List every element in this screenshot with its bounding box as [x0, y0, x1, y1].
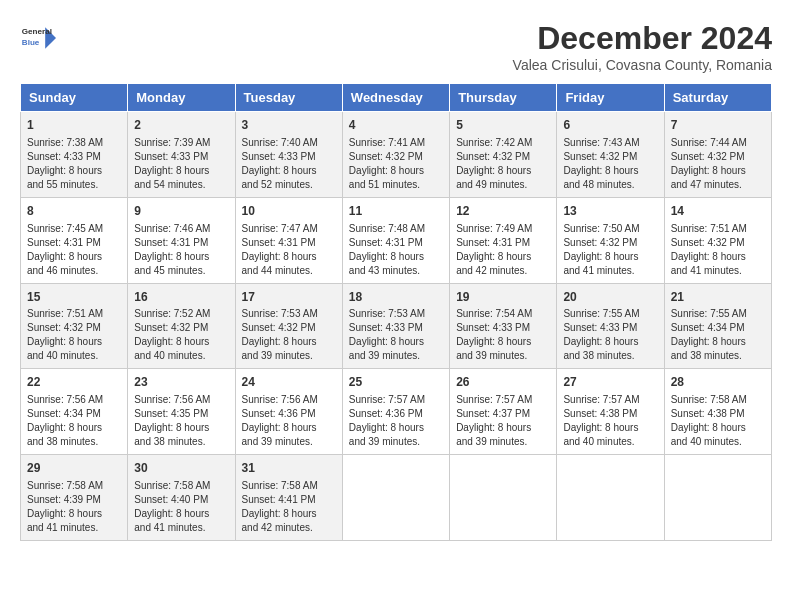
daylight-hours: Daylight: 8 hours and 39 minutes.	[242, 336, 317, 361]
day-number: 3	[242, 117, 336, 134]
calendar-cell: 5Sunrise: 7:42 AMSunset: 4:32 PMDaylight…	[450, 112, 557, 198]
week-row: 22Sunrise: 7:56 AMSunset: 4:34 PMDayligh…	[21, 369, 772, 455]
daylight-hours: Daylight: 8 hours and 48 minutes.	[563, 165, 638, 190]
day-number: 30	[134, 460, 228, 477]
sunrise-time: Sunrise: 7:58 AM	[242, 480, 318, 491]
sunset-time: Sunset: 4:33 PM	[242, 151, 316, 162]
logo: General Blue	[20, 20, 56, 56]
sunset-time: Sunset: 4:38 PM	[671, 408, 745, 419]
calendar-table: SundayMondayTuesdayWednesdayThursdayFrid…	[20, 83, 772, 541]
daylight-hours: Daylight: 8 hours and 51 minutes.	[349, 165, 424, 190]
daylight-hours: Daylight: 8 hours and 46 minutes.	[27, 251, 102, 276]
sunrise-time: Sunrise: 7:57 AM	[563, 394, 639, 405]
sunset-time: Sunset: 4:38 PM	[563, 408, 637, 419]
sunset-time: Sunset: 4:33 PM	[563, 322, 637, 333]
sunrise-time: Sunrise: 7:49 AM	[456, 223, 532, 234]
calendar-cell: 23Sunrise: 7:56 AMSunset: 4:35 PMDayligh…	[128, 369, 235, 455]
calendar-cell: 24Sunrise: 7:56 AMSunset: 4:36 PMDayligh…	[235, 369, 342, 455]
calendar-cell: 7Sunrise: 7:44 AMSunset: 4:32 PMDaylight…	[664, 112, 771, 198]
daylight-hours: Daylight: 8 hours and 45 minutes.	[134, 251, 209, 276]
sunset-time: Sunset: 4:32 PM	[671, 237, 745, 248]
sunset-time: Sunset: 4:31 PM	[27, 237, 101, 248]
day-number: 7	[671, 117, 765, 134]
day-number: 13	[563, 203, 657, 220]
column-header-sunday: Sunday	[21, 84, 128, 112]
day-number: 4	[349, 117, 443, 134]
column-header-thursday: Thursday	[450, 84, 557, 112]
daylight-hours: Daylight: 8 hours and 41 minutes.	[27, 508, 102, 533]
sunrise-time: Sunrise: 7:44 AM	[671, 137, 747, 148]
day-number: 24	[242, 374, 336, 391]
week-row: 1Sunrise: 7:38 AMSunset: 4:33 PMDaylight…	[21, 112, 772, 198]
sunset-time: Sunset: 4:32 PM	[242, 322, 316, 333]
day-number: 9	[134, 203, 228, 220]
sunset-time: Sunset: 4:39 PM	[27, 494, 101, 505]
sunrise-time: Sunrise: 7:43 AM	[563, 137, 639, 148]
day-number: 15	[27, 289, 121, 306]
daylight-hours: Daylight: 8 hours and 38 minutes.	[134, 422, 209, 447]
sunset-time: Sunset: 4:33 PM	[134, 151, 208, 162]
sunrise-time: Sunrise: 7:38 AM	[27, 137, 103, 148]
calendar-cell: 19Sunrise: 7:54 AMSunset: 4:33 PMDayligh…	[450, 283, 557, 369]
sunrise-time: Sunrise: 7:58 AM	[134, 480, 210, 491]
daylight-hours: Daylight: 8 hours and 38 minutes.	[671, 336, 746, 361]
daylight-hours: Daylight: 8 hours and 43 minutes.	[349, 251, 424, 276]
sunrise-time: Sunrise: 7:53 AM	[349, 308, 425, 319]
calendar-cell: 8Sunrise: 7:45 AMSunset: 4:31 PMDaylight…	[21, 197, 128, 283]
day-number: 28	[671, 374, 765, 391]
calendar-cell: 10Sunrise: 7:47 AMSunset: 4:31 PMDayligh…	[235, 197, 342, 283]
svg-text:General: General	[22, 27, 52, 36]
logo-icon: General Blue	[20, 20, 56, 56]
calendar-cell: 30Sunrise: 7:58 AMSunset: 4:40 PMDayligh…	[128, 455, 235, 541]
day-number: 2	[134, 117, 228, 134]
column-header-wednesday: Wednesday	[342, 84, 449, 112]
calendar-cell: 9Sunrise: 7:46 AMSunset: 4:31 PMDaylight…	[128, 197, 235, 283]
daylight-hours: Daylight: 8 hours and 39 minutes.	[349, 422, 424, 447]
day-number: 5	[456, 117, 550, 134]
sunset-time: Sunset: 4:40 PM	[134, 494, 208, 505]
sunset-time: Sunset: 4:31 PM	[456, 237, 530, 248]
sunset-time: Sunset: 4:33 PM	[27, 151, 101, 162]
calendar-cell: 16Sunrise: 7:52 AMSunset: 4:32 PMDayligh…	[128, 283, 235, 369]
daylight-hours: Daylight: 8 hours and 55 minutes.	[27, 165, 102, 190]
sunset-time: Sunset: 4:31 PM	[242, 237, 316, 248]
column-header-monday: Monday	[128, 84, 235, 112]
day-number: 27	[563, 374, 657, 391]
sunset-time: Sunset: 4:32 PM	[671, 151, 745, 162]
sunset-time: Sunset: 4:35 PM	[134, 408, 208, 419]
sunrise-time: Sunrise: 7:39 AM	[134, 137, 210, 148]
sunset-time: Sunset: 4:33 PM	[456, 322, 530, 333]
svg-text:Blue: Blue	[22, 38, 40, 47]
day-number: 21	[671, 289, 765, 306]
sunset-time: Sunset: 4:37 PM	[456, 408, 530, 419]
day-number: 10	[242, 203, 336, 220]
calendar-cell: 21Sunrise: 7:55 AMSunset: 4:34 PMDayligh…	[664, 283, 771, 369]
title-section: December 2024 Valea Crisului, Covasna Co…	[513, 20, 772, 73]
sunset-time: Sunset: 4:31 PM	[349, 237, 423, 248]
calendar-cell	[557, 455, 664, 541]
sunrise-time: Sunrise: 7:56 AM	[242, 394, 318, 405]
day-number: 17	[242, 289, 336, 306]
day-number: 14	[671, 203, 765, 220]
sunrise-time: Sunrise: 7:55 AM	[563, 308, 639, 319]
calendar-cell: 11Sunrise: 7:48 AMSunset: 4:31 PMDayligh…	[342, 197, 449, 283]
main-title: December 2024	[513, 20, 772, 57]
sunset-time: Sunset: 4:34 PM	[671, 322, 745, 333]
daylight-hours: Daylight: 8 hours and 42 minutes.	[242, 508, 317, 533]
calendar-cell: 18Sunrise: 7:53 AMSunset: 4:33 PMDayligh…	[342, 283, 449, 369]
sunrise-time: Sunrise: 7:58 AM	[27, 480, 103, 491]
calendar-cell: 29Sunrise: 7:58 AMSunset: 4:39 PMDayligh…	[21, 455, 128, 541]
day-number: 26	[456, 374, 550, 391]
column-header-saturday: Saturday	[664, 84, 771, 112]
sunset-time: Sunset: 4:32 PM	[563, 237, 637, 248]
calendar-cell: 27Sunrise: 7:57 AMSunset: 4:38 PMDayligh…	[557, 369, 664, 455]
sunrise-time: Sunrise: 7:51 AM	[27, 308, 103, 319]
calendar-cell: 22Sunrise: 7:56 AMSunset: 4:34 PMDayligh…	[21, 369, 128, 455]
sunrise-time: Sunrise: 7:56 AM	[134, 394, 210, 405]
sunset-time: Sunset: 4:36 PM	[242, 408, 316, 419]
day-number: 19	[456, 289, 550, 306]
calendar-cell: 14Sunrise: 7:51 AMSunset: 4:32 PMDayligh…	[664, 197, 771, 283]
daylight-hours: Daylight: 8 hours and 39 minutes.	[456, 336, 531, 361]
daylight-hours: Daylight: 8 hours and 52 minutes.	[242, 165, 317, 190]
day-number: 20	[563, 289, 657, 306]
